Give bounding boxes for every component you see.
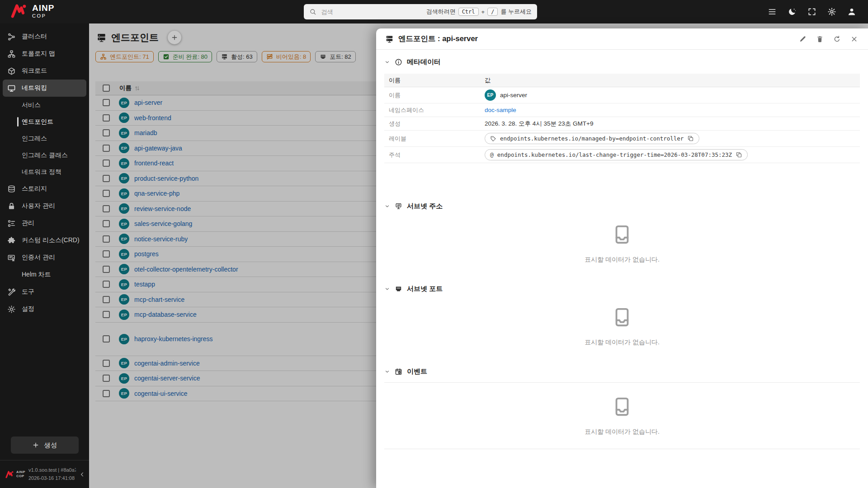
gear-icon	[7, 305, 16, 314]
sidebar-item-topology-map[interactable]: 토폴로지 맵	[3, 45, 86, 62]
brand-mark-icon	[5, 470, 14, 479]
sidebar-item-tools[interactable]: 도구	[3, 283, 86, 300]
sidebar-item-label: Helm 차트	[22, 271, 51, 279]
puzzle-icon	[7, 236, 16, 245]
sidebar-item-label: 관리	[22, 219, 34, 227]
sidebar-item-label: 네트워크 정책	[22, 168, 61, 176]
metadata-row: 주석@endpoints.kubernetes.io/last-change-t…	[384, 147, 860, 163]
namespace-link[interactable]: doc-sample	[485, 107, 516, 113]
tools-icon	[7, 288, 16, 296]
sidebar-item-label: 서비스	[22, 101, 41, 109]
sidebar-item-label: 도구	[22, 288, 34, 296]
close-button[interactable]	[850, 35, 858, 43]
create-button[interactable]: 생성	[11, 436, 79, 454]
sidebar-item-ingress[interactable]: 인그레스	[3, 130, 86, 147]
inbox-icon	[612, 396, 632, 417]
info-icon	[395, 58, 402, 66]
empty-state: 표시할 데이터가 없습니다.	[384, 293, 860, 359]
empty-state-text: 표시할 데이터가 없습니다.	[585, 256, 660, 264]
section-header-metadata[interactable]: 메타데이터	[384, 58, 860, 66]
ctrl-key: Ctrl	[458, 8, 479, 16]
search-shortcut-hint: 검색하려면 Ctrl + / 를 누르세요	[426, 8, 532, 16]
slash-key: /	[487, 8, 498, 16]
topology-icon	[7, 50, 16, 58]
cube-icon	[7, 67, 16, 75]
chevron-down-icon	[384, 203, 390, 209]
metadata-row: 레이블endpoints.kubernetes.io/managed-by=en…	[384, 131, 860, 147]
drawer-header: 엔드포인트 : api-server	[376, 28, 868, 50]
topbar: AINP COP 검색하려면 Ctrl + / 를 누르세요	[0, 0, 868, 23]
settings-icon[interactable]	[827, 7, 836, 16]
metadata-label: 주석	[384, 151, 485, 159]
brand-name: AINP	[32, 4, 54, 12]
search-input[interactable]	[320, 8, 423, 16]
sidebar-item-settings[interactable]: 설정	[3, 300, 86, 318]
sidebar-item-label: 커스텀 리소스(CRD)	[22, 236, 80, 244]
sidebar-collapse-icon[interactable]	[79, 471, 85, 478]
empty-state: 표시할 데이터가 없습니다.	[384, 211, 860, 277]
sidebar-nav: 클러스터토폴로지 맵워크로드네트워킹서비스엔드포인트인그레스인그레스 클래스네트…	[0, 23, 89, 436]
delete-button[interactable]	[816, 35, 824, 43]
sidebar-item-management[interactable]: 관리	[3, 215, 86, 232]
lock-icon	[7, 202, 16, 211]
sidebar-item-services[interactable]: 서비스	[3, 97, 86, 113]
search-icon	[309, 8, 316, 15]
monitor-icon	[7, 84, 16, 93]
copy-icon[interactable]	[687, 135, 694, 142]
ip-icon	[395, 202, 402, 210]
sidebar-item-networking[interactable]: 네트워킹	[3, 80, 86, 97]
metadata-row: 네임스페이스doc-sample	[384, 103, 860, 117]
sidebar-item-endpoints[interactable]: 엔드포인트	[3, 113, 86, 130]
section-title: 서브넷 포트	[407, 285, 443, 293]
section-header-subnet-addresses[interactable]: 서브넷 주소	[384, 202, 860, 211]
sidebar-item-cluster[interactable]: 클러스터	[3, 28, 86, 45]
section-events: 이벤트표시할 데이터가 없습니다.	[384, 367, 860, 449]
endpoint-icon	[385, 35, 394, 43]
dark-mode-icon[interactable]	[788, 7, 797, 16]
section-subnet-addresses: 서브넷 주소표시할 데이터가 없습니다.	[384, 202, 860, 277]
sidebar-item-ingress-class[interactable]: 인그레스 클래스	[3, 147, 86, 164]
empty-state-text: 표시할 데이터가 없습니다.	[585, 428, 660, 436]
sidebar-item-label: 인그레스 클래스	[22, 151, 68, 160]
topbar-actions	[768, 0, 856, 23]
sidebar-item-user-management[interactable]: 사용자 관리	[3, 197, 86, 215]
chevron-down-icon	[384, 369, 390, 375]
empty-state: 표시할 데이터가 없습니다.	[384, 382, 860, 449]
metadata-table: 이름 값 이름EPapi-server네임스페이스doc-sample생성202…	[384, 74, 860, 163]
sidebar-item-network-policy[interactable]: 네트워크 정책	[3, 164, 86, 180]
metadata-row: 생성2026. 3. 28. 오후 4시 35분 23초 GMT+9	[384, 117, 860, 131]
menu-icon[interactable]	[768, 7, 777, 16]
metadata-chip: @endpoints.kubernetes.io/last-change-tri…	[485, 149, 748, 160]
metadata-row: 이름EPapi-server	[384, 87, 860, 103]
at-icon: @	[490, 151, 494, 158]
section-header-subnet-ports[interactable]: 서브넷 포트	[384, 285, 860, 293]
chevron-down-icon	[384, 286, 390, 292]
account-icon[interactable]	[847, 7, 856, 16]
brand-logo[interactable]: AINP COP	[11, 3, 54, 19]
metadata-label: 레이블	[384, 135, 485, 143]
sidebar-item-label: 스토리지	[22, 185, 47, 193]
sidebar-item-certificate-mgmt[interactable]: 인증서 관리	[3, 249, 86, 266]
copy-icon[interactable]	[736, 151, 742, 158]
refresh-button[interactable]	[833, 35, 841, 43]
fullscreen-icon[interactable]	[807, 7, 816, 16]
edit-button[interactable]	[799, 35, 807, 43]
chevron-down-icon	[384, 59, 390, 65]
sidebar-item-label: 워크로드	[22, 67, 47, 75]
brand-mark-icon	[11, 3, 28, 19]
chip-text: endpoints.kubernetes.io/managed-by=endpo…	[500, 135, 684, 142]
sidebar-item-storage[interactable]: 스토리지	[3, 180, 86, 197]
storage-icon	[7, 185, 16, 193]
section-header-events[interactable]: 이벤트	[384, 367, 860, 376]
drawer-body: 메타데이터 이름 값 이름EPapi-server네임스페이스doc-sampl…	[376, 50, 868, 488]
sidebar-footer: AINP COP v1.0.soo.test | #8a0a78cd 2026-…	[0, 460, 89, 488]
selected-indicator	[17, 117, 19, 127]
sidebar-item-helm-chart[interactable]: Helm 차트	[3, 266, 86, 283]
checklist-icon	[7, 219, 16, 228]
metadata-table-header: 이름 값	[384, 74, 860, 87]
certificate-icon	[7, 253, 16, 262]
inbox-icon	[612, 307, 632, 328]
tag-icon	[490, 136, 496, 142]
sidebar-item-custom-resource[interactable]: 커스텀 리소스(CRD)	[3, 232, 86, 249]
sidebar-item-workload[interactable]: 워크로드	[3, 62, 86, 80]
